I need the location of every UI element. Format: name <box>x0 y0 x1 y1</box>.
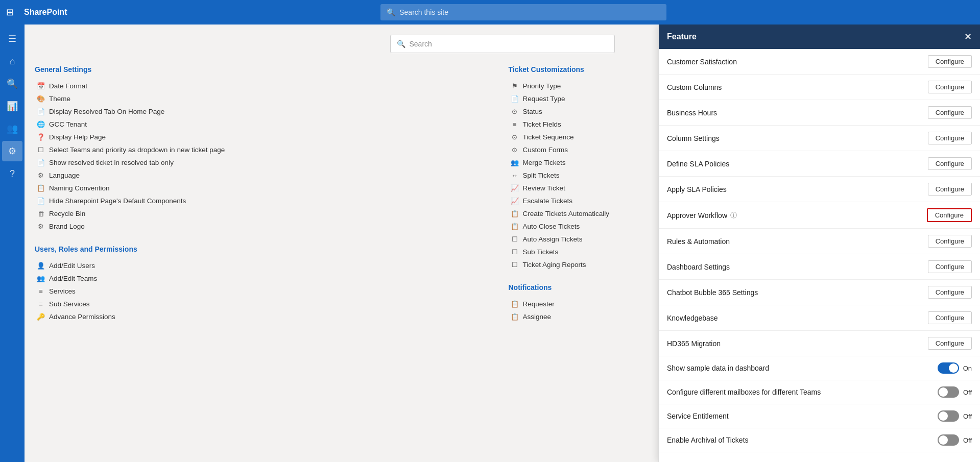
configure-button[interactable]: Configure <box>928 286 972 299</box>
menu-item-label: Custom Forms <box>523 146 568 154</box>
toggle-label: Off <box>963 388 972 396</box>
configure-button[interactable]: Configure <box>928 132 972 144</box>
configure-button[interactable]: Configure <box>927 208 972 222</box>
menu-item-label: Assignee <box>523 313 552 321</box>
toggle-switch[interactable] <box>938 434 959 446</box>
configure-button[interactable]: Configure <box>928 311 972 324</box>
configure-button[interactable]: Configure <box>928 260 972 273</box>
general-settings-item[interactable]: 🗑Recycle Bin <box>35 207 496 220</box>
grid-icon[interactable]: ⊞ <box>6 7 14 18</box>
feature-row-label: Customer Satisfaction <box>667 58 737 66</box>
toggle-switch[interactable] <box>938 410 959 422</box>
general-settings-item[interactable]: 📋Naming Convention <box>35 182 496 194</box>
general-settings-item[interactable]: ❓Display Help Page <box>35 131 496 143</box>
toggle-switch[interactable] <box>938 386 959 398</box>
general-settings-title: General Settings <box>35 65 496 74</box>
feature-row-label: Service Entitlement <box>667 412 729 420</box>
toggle-slider[interactable] <box>938 386 959 398</box>
menu-item-icon: ↔ <box>511 172 519 179</box>
feature-row: Dashboard SettingsConfigure <box>659 254 980 280</box>
sidebar-icon-search[interactable]: 🔍 <box>2 74 22 94</box>
menu-item-label: Date Format <box>49 82 87 90</box>
sidebar-icon-help[interactable]: ? <box>2 163 22 184</box>
menu-item-label: Advance Permissions <box>49 313 115 321</box>
sidebar-icon-settings[interactable]: ⚙ <box>2 141 22 161</box>
general-settings-items: 📅Date Format🎨Theme📄Display Resolved Tab … <box>35 80 496 233</box>
toggle-container[interactable]: Off <box>938 434 972 446</box>
users-roles-item[interactable]: ≡Services <box>35 285 496 298</box>
configure-button[interactable]: Configure <box>928 157 972 170</box>
feature-row-label: Knowledgebase <box>667 314 718 322</box>
menu-item-label: Split Tickets <box>523 172 560 179</box>
general-settings-item[interactable]: ⚙Brand Logo <box>35 220 496 233</box>
general-settings-item[interactable]: 🎨Theme <box>35 92 496 105</box>
menu-item-icon: 📅 <box>37 82 45 90</box>
sidebar-icon-users[interactable]: 👥 <box>2 118 22 139</box>
feature-row: Apply SLA PoliciesConfigure <box>659 177 980 202</box>
configure-button[interactable]: Configure <box>928 337 972 350</box>
configure-button[interactable]: Configure <box>928 55 972 68</box>
menu-item-icon: ⚑ <box>511 82 519 90</box>
menu-item-icon: ☐ <box>37 146 45 154</box>
configure-button[interactable]: Configure <box>928 235 972 248</box>
search-icon: 🔍 <box>387 8 395 16</box>
feature-row-label: Column Settings <box>667 134 720 142</box>
menu-item-icon: ☐ <box>511 248 519 256</box>
feature-row: Approver Workflow ⓘConfigure <box>659 202 980 229</box>
menu-item-icon: ❓ <box>37 133 45 141</box>
users-roles-item[interactable]: 🔑Advance Permissions <box>35 310 496 323</box>
menu-item-label: Select Teams and priority as dropdown in… <box>49 146 225 154</box>
sidebar-icon-menu[interactable]: ☰ <box>2 29 22 49</box>
feature-row: HD365 MigrationConfigure <box>659 331 980 356</box>
general-settings-item[interactable]: 📄Display Resolved Tab On Home Page <box>35 105 496 118</box>
menu-item-icon: 📄 <box>511 95 519 103</box>
menu-item-icon: 🗑 <box>37 210 45 217</box>
menu-item-icon: 🌐 <box>37 120 45 128</box>
feature-row-label: Define SLA Policies <box>667 160 729 168</box>
feature-row: KnowledgebaseConfigure <box>659 305 980 331</box>
info-icon[interactable]: ⓘ <box>730 211 737 220</box>
feature-row: Custom ColumnsConfigure <box>659 75 980 100</box>
general-settings-item[interactable]: ⚙Language <box>35 169 496 182</box>
feature-row-label: Configure different mailboxes for differ… <box>667 388 821 396</box>
users-roles-item[interactable]: 👥Add/Edit Teams <box>35 272 496 285</box>
configure-button[interactable]: Configure <box>928 81 972 93</box>
feature-row-label: Rules & Automation <box>667 237 730 246</box>
feature-row: Show sample data in dashboard On <box>659 356 980 380</box>
toggle-container[interactable]: Off <box>938 410 972 422</box>
sidebar-icon-home[interactable]: ⌂ <box>2 51 22 71</box>
general-settings-item[interactable]: 📅Date Format <box>35 80 496 92</box>
feature-row: Rules & AutomationConfigure <box>659 229 980 254</box>
top-search-input[interactable] <box>399 8 660 16</box>
menu-item-icon: ⊙ <box>511 108 519 115</box>
feature-row: Customer SatisfactionConfigure <box>659 49 980 75</box>
top-search-box[interactable]: 🔍 <box>380 4 666 20</box>
toggle-label: Off <box>963 412 972 420</box>
menu-item-icon: 📄 <box>37 108 45 115</box>
toggle-switch[interactable] <box>938 362 959 374</box>
menu-item-icon: 📋 <box>511 223 519 230</box>
general-settings-item[interactable]: 📄Hide Sharepoint Page's Default Componen… <box>35 194 496 207</box>
toggle-slider[interactable] <box>938 410 959 422</box>
toggle-slider[interactable] <box>938 362 959 374</box>
configure-button[interactable]: Configure <box>928 183 972 196</box>
menu-item-icon: ≡ <box>37 287 45 295</box>
toggle-container[interactable]: Off <box>938 386 972 398</box>
menu-item-icon: ☐ <box>511 235 519 243</box>
toggle-container[interactable]: On <box>938 362 972 374</box>
sidebar-icon-chart[interactable]: 📊 <box>2 96 22 116</box>
feature-panel-close-button[interactable]: ✕ <box>964 31 972 42</box>
menu-item-icon: 📋 <box>511 300 519 308</box>
main-search-input[interactable] <box>410 40 608 48</box>
general-settings-item[interactable]: 📄Show resolved ticket in resolved tab on… <box>35 156 496 169</box>
users-roles-item[interactable]: 👤Add/Edit Users <box>35 259 496 272</box>
menu-item-icon: ⊙ <box>511 133 519 141</box>
toggle-slider[interactable] <box>938 434 959 446</box>
main-search-box[interactable]: 🔍 <box>390 35 615 53</box>
feature-panel-header: Feature ✕ <box>659 25 980 49</box>
users-roles-item[interactable]: ≡Sub Services <box>35 298 496 310</box>
general-settings-item[interactable]: 🌐GCC Tenant <box>35 118 496 131</box>
toggle-label: On <box>963 364 972 372</box>
general-settings-item[interactable]: ☐Select Teams and priority as dropdown i… <box>35 143 496 156</box>
configure-button[interactable]: Configure <box>928 106 972 119</box>
